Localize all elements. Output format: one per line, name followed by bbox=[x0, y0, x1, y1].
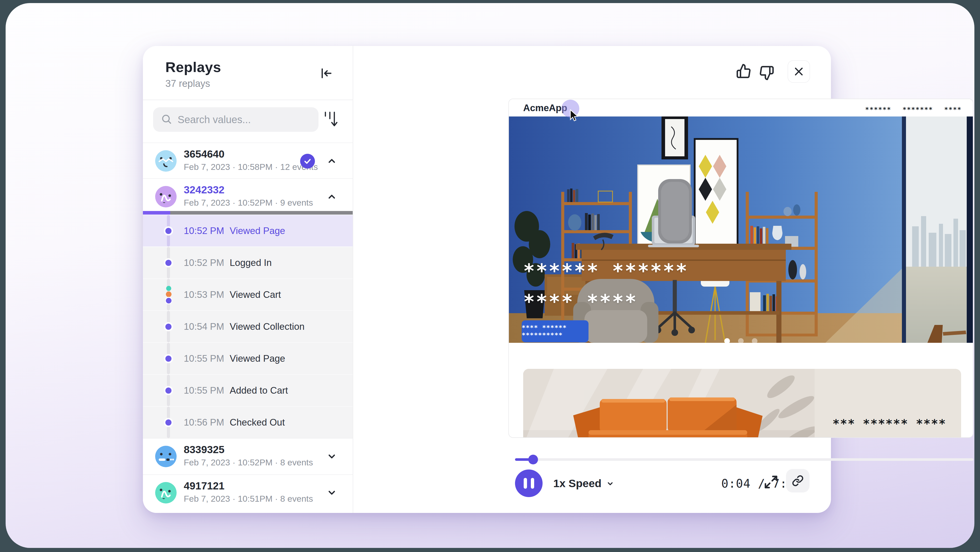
carousel-dots bbox=[724, 338, 757, 344]
search-input[interactable] bbox=[178, 114, 311, 125]
event-row-selected[interactable]: 10:52 PM Viewed Page bbox=[143, 215, 353, 247]
speed-control[interactable]: 1x Speed bbox=[553, 477, 615, 490]
replays-sidebar: Replays 37 replays bbox=[143, 46, 353, 513]
masked-nav-item: **** bbox=[944, 106, 962, 113]
event-row[interactable]: 10:56 PM Checked Out bbox=[143, 406, 353, 438]
search-icon bbox=[161, 113, 172, 126]
event-dot bbox=[164, 418, 173, 427]
event-multi-dots bbox=[165, 285, 172, 304]
current-time: 0:04 bbox=[721, 477, 751, 490]
avatar bbox=[155, 186, 177, 207]
event-row[interactable]: 10:52 PM Logged In bbox=[143, 247, 353, 278]
chevron-down-icon[interactable] bbox=[327, 488, 337, 498]
replayed-product-card: *** ****** **** bbox=[523, 369, 961, 438]
event-time: 10:55 PM bbox=[184, 385, 224, 396]
search-bar[interactable] bbox=[153, 107, 318, 132]
chevron-down-icon bbox=[606, 479, 615, 488]
event-dot bbox=[164, 386, 173, 395]
progress-played bbox=[515, 458, 533, 461]
chevron-up-icon[interactable] bbox=[327, 156, 337, 166]
sort-icon[interactable] bbox=[322, 110, 339, 128]
divider bbox=[143, 100, 353, 100]
event-time: 10:55 PM bbox=[184, 353, 224, 364]
event-row[interactable]: 10:55 PM Viewed Page bbox=[143, 342, 353, 374]
replay-meta: Feb 7, 2023 · 10:52PM · 9 events bbox=[184, 198, 313, 208]
pause-button[interactable] bbox=[515, 469, 542, 497]
carousel-dot bbox=[752, 338, 757, 344]
replay-id: 4917121 bbox=[184, 480, 224, 492]
event-time: 10:52 PM bbox=[184, 225, 224, 236]
masked-headline-line2: **** **** bbox=[523, 290, 638, 313]
replay-id: 8339325 bbox=[184, 444, 224, 456]
replay-meta: Feb 7, 2023 · 10:58PM · 12 events bbox=[184, 162, 318, 172]
replay-item[interactable]: 3654640 Feb 7, 2023 · 10:58PM · 12 event… bbox=[143, 142, 353, 178]
close-button[interactable] bbox=[788, 60, 810, 83]
chevron-down-icon[interactable] bbox=[327, 451, 337, 461]
event-label: Viewed Page bbox=[230, 353, 285, 364]
fullscreen-icon[interactable] bbox=[764, 475, 778, 490]
event-label: Viewed Cart bbox=[230, 289, 281, 300]
event-label: Checked Out bbox=[230, 417, 285, 428]
event-row[interactable]: 10:53 PM Viewed Cart bbox=[143, 278, 353, 310]
masked-nav-item: ****** bbox=[865, 106, 891, 113]
replayed-cta-button: **** ****** ********** bbox=[522, 320, 589, 342]
product-photo bbox=[523, 369, 815, 438]
masked-headline-line1: ****** ****** bbox=[523, 260, 688, 282]
replayed-app-logo: AcmeApp bbox=[523, 103, 567, 113]
avatar bbox=[155, 446, 177, 467]
thumbs-up-icon[interactable] bbox=[736, 63, 751, 79]
masked-nav-item: ******* bbox=[902, 106, 933, 113]
page-title: Replays bbox=[165, 59, 221, 75]
replay-app-window: Replays 37 replays bbox=[143, 46, 831, 513]
event-dot bbox=[164, 226, 173, 236]
product-info-panel: *** ****** **** bbox=[815, 369, 961, 438]
replay-item[interactable]: 4917121 Feb 7, 2023 · 10:51PM · 8 events bbox=[143, 474, 353, 511]
chevron-up-icon[interactable] bbox=[327, 191, 337, 202]
cursor-icon bbox=[569, 109, 579, 123]
event-time: 10:52 PM bbox=[184, 257, 224, 268]
event-dot bbox=[164, 258, 173, 268]
replay-progress-bar[interactable] bbox=[143, 211, 353, 215]
stage: Replays 37 replays bbox=[0, 0, 980, 552]
event-label: Viewed Page bbox=[230, 225, 285, 236]
replay-item[interactable]: 8339325 Feb 7, 2023 · 10:52PM · 8 events bbox=[143, 438, 353, 474]
event-row[interactable]: 10:54 PM Viewed Collection bbox=[143, 310, 353, 342]
replay-id: 3242332 bbox=[184, 184, 224, 196]
event-dot bbox=[164, 354, 173, 363]
watched-check-badge bbox=[300, 154, 315, 169]
replay-meta: Feb 7, 2023 · 10:51PM · 8 events bbox=[184, 494, 313, 504]
event-label: Logged In bbox=[230, 257, 272, 268]
event-label: Viewed Collection bbox=[230, 321, 304, 332]
progress-knob[interactable] bbox=[528, 455, 538, 464]
playback-progress-bar[interactable] bbox=[515, 458, 974, 461]
player-pane: AcmeApp ****** ******* **** bbox=[353, 46, 831, 513]
event-time: 10:53 PM bbox=[184, 289, 224, 300]
event-time: 10:56 PM bbox=[184, 417, 224, 428]
replay-count: 37 replays bbox=[165, 78, 210, 89]
masked-product-text: *** ****** **** bbox=[832, 417, 946, 431]
avatar bbox=[155, 150, 177, 172]
link-icon bbox=[792, 475, 803, 487]
replay-viewport: AcmeApp ****** ******* **** bbox=[508, 99, 974, 438]
avatar bbox=[155, 482, 177, 504]
event-row[interactable]: 10:55 PM Added to Cart bbox=[143, 374, 353, 406]
event-dot bbox=[164, 322, 173, 331]
copy-link-button[interactable] bbox=[786, 469, 810, 493]
replay-id: 3654640 bbox=[184, 148, 224, 160]
collapse-sidebar-icon[interactable] bbox=[318, 66, 333, 81]
thumbs-down-icon[interactable] bbox=[759, 65, 774, 81]
replay-item-active[interactable]: 3242332 Feb 7, 2023 · 10:52PM · 9 events bbox=[143, 178, 353, 215]
carousel-dot-active bbox=[724, 338, 730, 344]
carousel-dot bbox=[738, 338, 744, 344]
replayed-nav: ****** ******* **** bbox=[865, 106, 962, 113]
event-label: Added to Cart bbox=[230, 385, 288, 396]
pause-icon bbox=[524, 478, 527, 489]
replay-meta: Feb 7, 2023 · 10:52PM · 8 events bbox=[184, 458, 313, 467]
masked-button-label: **** ****** ********** bbox=[522, 324, 589, 339]
speed-label: 1x Speed bbox=[553, 477, 601, 490]
event-time: 10:54 PM bbox=[184, 321, 224, 332]
